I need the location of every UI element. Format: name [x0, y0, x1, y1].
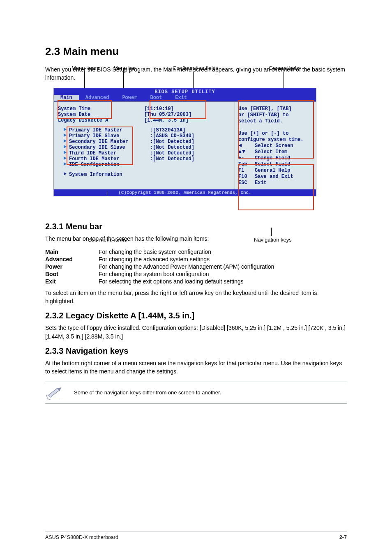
row-fourth-ide-master[interactable]: Fourth IDE Master :[Not Detected] [58, 156, 235, 162]
nav-select-screen: Select Screen [238, 143, 313, 149]
triangle-icon [64, 134, 67, 137]
mb-name: Main [45, 249, 99, 255]
value: [11:10:19] [144, 106, 174, 112]
mb-desc: For changing the basic system configurat… [99, 249, 211, 255]
arrow-left-icon [238, 144, 242, 147]
value: [1.44M, 3.5 in] [144, 117, 189, 123]
arrow-down-icon [242, 150, 245, 153]
callout-menu-bar: Menu bar [113, 65, 136, 71]
callout-general-help: General help [269, 65, 299, 71]
bios-tabs: Main Advanced Power Boot Exit [54, 95, 316, 101]
row-secondary-ide-master[interactable]: Secondary IDE Master :[Not Detected] [58, 139, 235, 145]
callout-line [271, 228, 272, 236]
bios-figure: Menu items Menu bar Configuration fields… [53, 88, 339, 196]
nav-key: +- [238, 155, 255, 161]
arrow-up-icon [238, 150, 242, 153]
nav-label: Exit [255, 180, 267, 186]
row-third-ide-master[interactable]: Third IDE Master :[Not Detected] [58, 150, 235, 156]
tab-main[interactable]: Main [54, 95, 79, 101]
label: Legacy Diskette A [58, 117, 144, 123]
triangle-icon [64, 172, 67, 175]
label: Fourth IDE Master [69, 156, 119, 162]
nav-save-exit: F10Save and Exit [238, 174, 313, 180]
row-system-time[interactable]: System Time [11:10:19] [58, 106, 235, 112]
nav-label: Select Field [255, 161, 290, 168]
callout-submenu-items: Sub-menu items [88, 237, 127, 243]
callout-line [84, 71, 85, 88]
triangle-icon [64, 139, 67, 143]
bios-main-panel: System Time [11:10:19] System Date [Thu … [54, 102, 235, 189]
value: :[Not Detected] [150, 150, 194, 156]
mb-name: Exit [45, 278, 99, 285]
triangle-icon [64, 157, 67, 160]
nav-label: Change Field [255, 155, 290, 161]
tab-power[interactable]: Power [115, 95, 143, 101]
nav-key: F1 [238, 168, 255, 174]
callout-line [107, 191, 107, 235]
triangle-icon [64, 145, 67, 148]
label: Primary IDE Master [69, 127, 122, 133]
tab-advanced[interactable]: Advanced [79, 95, 116, 101]
heading-menu-bar: 2.3.1 Menu bar [45, 222, 347, 231]
callout-line [284, 71, 284, 88]
triangle-icon [64, 151, 67, 154]
callout-line [123, 71, 124, 88]
help-text: Use [ENTER], [TAB] or [SHIFT-TAB] to sel… [238, 106, 313, 143]
nav-key: Tab [238, 161, 255, 168]
triangle-icon [64, 162, 67, 166]
nav-select-item: Select Item [238, 149, 313, 155]
mb-name: Advanced [45, 256, 99, 263]
value: [Thu 05/27/2003] [144, 112, 191, 117]
nav-label: Save and Exit [255, 174, 293, 180]
mb-name: Power [45, 263, 99, 270]
nav-change-field: +-Change Field [238, 155, 313, 161]
nav-general-help: F1General Help [238, 168, 313, 174]
label: System Date [58, 112, 144, 117]
footer-left: ASUS P4S800D-X motherboard [45, 534, 118, 540]
label: Secondary IDE Slave [69, 145, 125, 150]
note-icon [45, 385, 63, 401]
nav-select-field: TabSelect Field [238, 161, 313, 168]
label: System Time [58, 106, 144, 112]
bios-title: BIOS SETUP UTILITY [54, 88, 316, 95]
row-secondary-ide-slave[interactable]: Secondary IDE Slave :[Not Detected] [58, 145, 235, 150]
page-footer: ASUS P4S800D-X motherboard 2-7 [45, 532, 347, 540]
menu-bar-outro: To select an item on the menu bar, press… [45, 289, 347, 306]
triangle-icon [64, 128, 67, 131]
mb-name: Boot [45, 271, 99, 277]
nav-label: Select Item [255, 149, 287, 155]
mb-desc: For changing the system boot configurati… [99, 271, 209, 277]
label: Third IDE Master [69, 150, 116, 156]
row-ide-configuration[interactable]: IDE Configuration [58, 162, 235, 168]
value: :[Not Detected] [150, 145, 194, 150]
row-system-date[interactable]: System Date [Thu 05/27/2003] [58, 112, 235, 117]
row-system-information[interactable]: System Information [58, 172, 235, 177]
label: System Information [69, 172, 122, 177]
tab-exit[interactable]: Exit [168, 95, 194, 101]
swoosh-icon [46, 394, 63, 400]
nav-keys-body: At the bottom right corner of a menu scr… [45, 359, 347, 376]
callout-line [193, 71, 194, 88]
heading-nav-keys: 2.3.3 Navigation keys [45, 346, 347, 356]
label: IDE Configuration [69, 162, 119, 168]
mb-desc: For selecting the exit options and loadi… [99, 278, 244, 285]
nav-key: F10 [238, 174, 255, 180]
mb-desc: For changing the Advanced Power Manageme… [99, 263, 274, 270]
value: :[ASUS CD-S340] [150, 133, 194, 139]
bios-footer: (C)Copyright 1985-2002, American Megatre… [54, 189, 316, 196]
value: :[Not Detected] [150, 139, 194, 145]
row-legacy-diskette-a[interactable]: Legacy Diskette A [1.44M, 3.5 in] [58, 117, 235, 123]
bios-help-panel: Use [ENTER], [TAB] or [SHIFT-TAB] to sel… [235, 102, 316, 189]
nav-label: General Help [255, 168, 290, 174]
footer-page-number: 2-7 [339, 534, 347, 540]
row-primary-ide-slave[interactable]: Primary IDE Slave :[ASUS CD-S340] [58, 133, 235, 139]
value: :[ST320413A] [150, 127, 185, 133]
tab-boot[interactable]: Boot [143, 95, 168, 101]
nav-keys-box: Select Screen Select Item +-Change Field… [238, 143, 313, 186]
bios-screen: BIOS SETUP UTILITY Main Advanced Power B… [53, 88, 316, 196]
menu-bar-items: MainFor changing the basic system config… [45, 249, 347, 285]
row-primary-ide-master[interactable]: Primary IDE Master :[ST320413A] [58, 127, 235, 133]
callout-menu-items: Menu items [71, 65, 99, 71]
note-text: Some of the navigation keys differ from … [74, 389, 347, 396]
value: :[Not Detected] [150, 156, 194, 162]
